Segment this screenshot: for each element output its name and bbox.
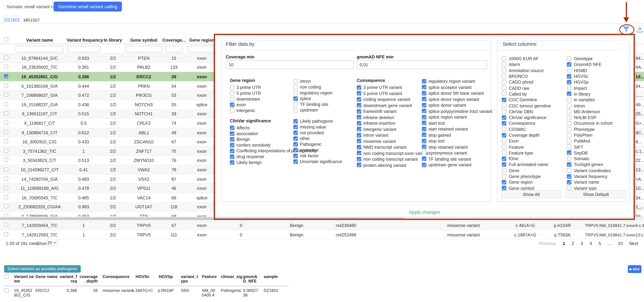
checkbox-gnomad-nfe[interactable]: [567, 62, 571, 67]
row-checkbox[interactable]: [4, 130, 8, 134]
row-checkbox[interactable]: [4, 176, 8, 180]
checkbox-upstream[interactable]: [294, 108, 298, 112]
checkbox-in-samples[interactable]: [567, 98, 571, 102]
pagination-page-5[interactable]: 5: [598, 241, 601, 246]
row-checkbox[interactable]: [4, 223, 8, 227]
checkbox-affects[interactable]: [230, 126, 234, 130]
checkbox-alarm[interactable]: [502, 62, 506, 67]
checkbox-other[interactable]: [294, 136, 298, 141]
checkbox-md-anderson[interactable]: [567, 109, 571, 114]
checkbox-intergenic[interactable]: [230, 108, 234, 112]
checkbox-coding-sequence-variant[interactable]: [357, 97, 361, 102]
coverage-min-input[interactable]: [226, 60, 353, 69]
checkbox-sift[interactable]: [567, 144, 571, 149]
checkbox-splice[interactable]: [294, 96, 298, 100]
checkbox-polyphen[interactable]: [567, 133, 571, 137]
checkbox-full-annotated-name[interactable]: [502, 162, 506, 167]
checkbox-not-provided[interactable]: [294, 130, 298, 135]
checkbox-tf-binding-site[interactable]: [294, 102, 298, 106]
row-checkbox[interactable]: [4, 111, 8, 116]
select-pathogenic-button[interactable]: Select variants as possibly pathogenic: [4, 265, 80, 272]
checkbox-non-coding-transcript-variant[interactable]: [357, 157, 361, 161]
table-row[interactable]: 7_142912583_T/C12/2TRPV5111exon0Benignrs…: [0, 230, 644, 240]
checkbox-clinvar-significance[interactable]: [502, 115, 506, 120]
pagination-page-4[interactable]: 4: [590, 241, 592, 246]
checkbox-missing-value[interactable]: [294, 124, 298, 129]
checkbox-gene-region[interactable]: [502, 180, 506, 184]
checkbox-tf-binding-site-variant[interactable]: [422, 156, 426, 161]
checkbox-clinvar-dbn[interactable]: [502, 109, 506, 114]
select-all-checkbox[interactable]: [4, 38, 8, 42]
checkbox-intron[interactable]: [294, 79, 298, 83]
checkbox-stop-lost[interactable]: [422, 139, 426, 143]
scrollbar-thumb[interactable]: [0, 217, 404, 220]
row-checkbox[interactable]: [4, 186, 8, 190]
show-default-button[interactable]: Show Default: [566, 190, 626, 198]
horizontal-scrollbar[interactable]: [0, 217, 644, 220]
checkbox-cadd-raw[interactable]: [502, 86, 506, 90]
checkbox-regulatory-region-variant[interactable]: [422, 79, 426, 84]
checkbox-feature[interactable]: [502, 144, 506, 149]
checkbox-non-coding[interactable]: [294, 84, 298, 89]
checkbox-gene-phenotype[interactable]: [502, 174, 506, 178]
table-row[interactable]: 7_142929454_T/C12/2TRPV567exon0Benignrs4…: [0, 221, 644, 230]
tab-sample-dz1601[interactable]: DZ1601: [3, 16, 21, 24]
filter-funnel-icon[interactable]: [622, 26, 630, 34]
checkbox-upstream-gene-variant[interactable]: [422, 162, 426, 167]
row-checkbox[interactable]: [4, 167, 8, 171]
tab-sample-mr1507[interactable]: MR1507: [24, 18, 40, 22]
checkbox-benign[interactable]: [230, 137, 234, 141]
checkbox-phenotype[interactable]: [567, 127, 571, 132]
checkbox-5-prime-utr-variant[interactable]: [357, 91, 361, 96]
row-checkbox[interactable]: [4, 56, 8, 60]
row-checkbox[interactable]: [4, 102, 8, 106]
checkbox-in-library[interactable]: [567, 92, 571, 96]
show-all-button[interactable]: Show All: [501, 190, 562, 198]
page-size-select[interactable]: 20: [46, 239, 57, 246]
row-checkbox[interactable]: [4, 158, 8, 162]
checkbox-inframe-insertion[interactable]: [357, 121, 361, 126]
checkbox-frameshift-variant[interactable]: [357, 109, 361, 114]
pagination-page-1[interactable]: 1: [562, 241, 565, 246]
checkbox-fone[interactable]: [502, 156, 506, 161]
filter-input-region[interactable]: [188, 46, 216, 52]
bottom-row-checkbox[interactable]: [4, 288, 8, 293]
tab-germline-small-variant-calling[interactable]: Germline small variant calling: [54, 2, 122, 12]
download-icon[interactable]: [636, 26, 644, 34]
checkbox-annotation-source[interactable]: [502, 68, 506, 72]
checkbox-non-coding-transcript-exon-variant[interactable]: [357, 151, 361, 155]
checkbox-snpdb[interactable]: [567, 150, 571, 155]
checkbox-somatic[interactable]: [567, 156, 571, 161]
checkbox-pubmed[interactable]: [567, 139, 571, 143]
pathogenic-table-row[interactable]: 19_45352801_C/GERCC20.28628missense vari…: [4, 286, 288, 300]
checkbox-5-prime-utr[interactable]: [230, 91, 234, 95]
row-checkbox[interactable]: [4, 74, 8, 78]
checkbox-variant-name[interactable]: [567, 180, 571, 184]
checkbox-hgvsp[interactable]: [567, 80, 571, 84]
checkbox-variant-frequency[interactable]: [567, 174, 571, 178]
checkbox-exon[interactable]: [230, 102, 234, 107]
checkbox-consequence[interactable]: [502, 121, 506, 126]
checkbox-cgc-tumour-germline[interactable]: [502, 103, 506, 108]
pagination-previous[interactable]: Previous: [539, 241, 556, 246]
filter-input-variant[interactable]: [16, 46, 64, 52]
checkbox-coverage-depth[interactable]: [502, 133, 506, 137]
checkbox-splice-polypyrimidine-tract-variant[interactable]: [422, 109, 426, 113]
checkbox-downstream-gene-variant[interactable]: [357, 103, 361, 108]
pagination-page-10[interactable]: 10: [618, 241, 622, 246]
checkbox-3-prime-utr[interactable]: [230, 85, 234, 90]
checkbox-1000g-eur-af[interactable]: [502, 56, 506, 61]
checkbox-variant-coordinates[interactable]: [567, 168, 571, 173]
row-checkbox[interactable]: [4, 120, 8, 125]
checkbox-gene[interactable]: [502, 168, 506, 173]
filter-input-freq[interactable]: [67, 46, 100, 52]
checkbox-nhlbi-esp[interactable]: [567, 115, 571, 120]
checkbox-hgvsc[interactable]: [567, 74, 571, 78]
igv-button[interactable]: ▶ IGV: [628, 265, 642, 273]
checkbox-intron[interactable]: [567, 103, 571, 108]
checkbox-trusight-genes[interactable]: [567, 162, 571, 167]
pagination-page-2[interactable]: 2: [572, 241, 574, 246]
checkbox-intergenic-variant[interactable]: [357, 127, 361, 132]
row-checkbox[interactable]: [4, 195, 8, 199]
checkbox-protective[interactable]: [294, 148, 298, 152]
